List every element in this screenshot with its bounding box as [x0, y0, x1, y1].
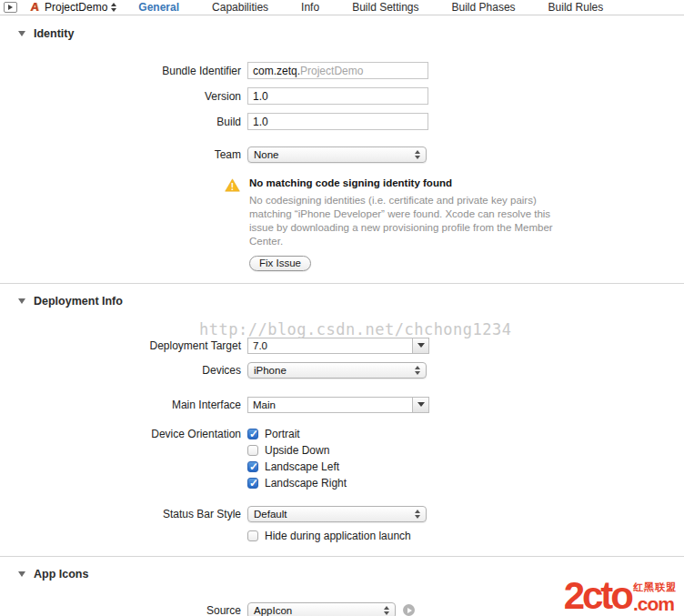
- show-related-items-button[interactable]: [4, 2, 17, 13]
- checkbox-label: Landscape Left: [265, 460, 339, 473]
- orientation-options: Portrait Upside Down Landscape Left Land…: [247, 426, 347, 491]
- version-input[interactable]: 1.0: [247, 87, 428, 105]
- section-title: Deployment Info: [34, 295, 123, 308]
- main-interface-combo[interactable]: Main: [247, 397, 429, 413]
- checkbox-icon[interactable]: [247, 530, 258, 541]
- version-label: Version: [0, 90, 247, 103]
- status-bar-style-label: Status Bar Style: [0, 508, 247, 520]
- popup-arrows-icon: [384, 606, 389, 615]
- checkbox-icon[interactable]: [247, 445, 258, 456]
- build-input[interactable]: 1.0: [247, 113, 428, 130]
- source-label: Source: [0, 604, 247, 616]
- tab-build-phases[interactable]: Build Phases: [452, 1, 516, 14]
- version-value: 1.0: [253, 90, 268, 103]
- app-icons-section-header[interactable]: App Icons: [18, 568, 684, 581]
- build-label: Build: [0, 116, 247, 128]
- device-orientation-label: Device Orientation: [0, 426, 247, 442]
- arrow-right-icon: [407, 608, 412, 613]
- deployment-section-header[interactable]: Deployment Info: [18, 295, 684, 308]
- devices-row: Devices iPhone: [0, 362, 684, 379]
- hide-launch-option[interactable]: Hide during application launch: [247, 528, 411, 544]
- tab-capabilities[interactable]: Capabilities: [212, 1, 268, 14]
- svg-text:!: !: [231, 182, 234, 192]
- project-target-icon: A: [27, 1, 41, 14]
- disclosure-triangle-icon: [18, 298, 25, 304]
- go-to-asset-arrow-button[interactable]: [403, 604, 415, 616]
- device-orientation-row: Device Orientation Portrait Upside Down …: [0, 426, 684, 491]
- checkbox-label: Hide during application launch: [265, 530, 411, 542]
- main-interface-label: Main Interface: [0, 399, 247, 411]
- warning-triangle-icon: !: [225, 178, 240, 271]
- status-bar-style-popup[interactable]: Default: [247, 506, 427, 522]
- version-row: Version 1.0: [0, 87, 684, 105]
- orientation-landscape-right[interactable]: Landscape Right: [247, 475, 347, 491]
- combo-dropdown-button[interactable]: [412, 338, 428, 353]
- target-popup-arrows-icon[interactable]: [111, 3, 116, 12]
- tab-build-rules[interactable]: Build Rules: [548, 1, 604, 14]
- orientation-portrait[interactable]: Portrait: [247, 426, 347, 442]
- main-interface-value: Main: [248, 399, 412, 410]
- orientation-landscape-left[interactable]: Landscape Left: [247, 459, 347, 475]
- target-selector[interactable]: ProjectDemo: [45, 1, 107, 14]
- checkbox-icon[interactable]: [247, 461, 258, 472]
- build-row: Build 1.0: [0, 113, 684, 130]
- team-row: Team None: [0, 146, 684, 163]
- warning-title: No matching code signing identity found: [249, 177, 563, 188]
- fix-issue-button[interactable]: Fix Issue: [249, 256, 311, 271]
- disclosure-triangle-icon: [18, 31, 25, 36]
- popup-arrows-icon: [415, 150, 420, 159]
- checkbox-label: Landscape Right: [265, 477, 347, 490]
- build-value: 1.0: [253, 116, 268, 128]
- team-label: Team: [0, 148, 247, 161]
- orientation-upside-down[interactable]: Upside Down: [247, 442, 347, 459]
- deployment-target-combo[interactable]: 7.0: [247, 338, 429, 354]
- bundle-identifier-label: Bundle Identifier: [0, 65, 247, 77]
- general-pane: Identity Bundle Identifier com.zetq.Proj…: [0, 15, 684, 616]
- devices-label: Devices: [0, 364, 247, 377]
- tab-general[interactable]: General: [138, 1, 179, 14]
- bundle-identifier-row: Bundle Identifier com.zetq.ProjectDemo: [0, 62, 684, 79]
- team-popup[interactable]: None: [247, 146, 427, 163]
- app-icon-source-popup[interactable]: AppIcon: [247, 602, 396, 616]
- play-triangle-icon: [8, 5, 13, 10]
- section-title: Identity: [34, 27, 74, 40]
- hide-launch-row: Hide during application launch: [0, 528, 684, 544]
- code-signing-warning: ! No matching code signing identity foun…: [225, 177, 684, 271]
- target-tab-bar: A ProjectDemo General Capabilities Info …: [0, 0, 684, 15]
- bundle-identifier-input[interactable]: com.zetq.ProjectDemo: [247, 62, 428, 79]
- bundle-id-suffix: ProjectDemo: [300, 65, 363, 77]
- settings-tabs: General Capabilities Info Build Settings…: [138, 1, 636, 14]
- checkbox-label: Upside Down: [265, 444, 329, 457]
- disclosure-triangle-icon: [18, 571, 25, 577]
- team-value: None: [254, 149, 279, 160]
- deployment-target-label: Deployment Target: [0, 339, 247, 352]
- warning-text: No codesigning identities (i.e. certific…: [249, 194, 563, 248]
- identity-section-header[interactable]: Identity: [18, 27, 684, 40]
- main-interface-row: Main Interface Main: [0, 397, 684, 413]
- status-bar-style-value: Default: [254, 509, 287, 520]
- chevron-down-icon: [417, 402, 425, 407]
- source-value: AppIcon: [254, 605, 292, 616]
- deployment-target-row: Deployment Target 7.0: [0, 338, 684, 354]
- popup-arrows-icon: [415, 366, 420, 375]
- app-icon-source-row: Source AppIcon: [0, 602, 684, 616]
- deployment-target-value: 7.0: [248, 340, 412, 351]
- section-title: App Icons: [34, 568, 88, 581]
- devices-value: iPhone: [254, 365, 287, 376]
- tab-info[interactable]: Info: [301, 1, 319, 14]
- chevron-down-icon: [417, 343, 425, 348]
- section-divider: [0, 556, 684, 557]
- warning-body: No matching code signing identity found …: [249, 177, 563, 271]
- checkbox-icon[interactable]: [247, 478, 258, 489]
- popup-arrows-icon: [415, 510, 420, 519]
- checkbox-label: Portrait: [265, 428, 300, 440]
- checkbox-icon[interactable]: [247, 429, 258, 439]
- combo-dropdown-button[interactable]: [412, 398, 428, 412]
- devices-popup[interactable]: iPhone: [247, 362, 427, 379]
- section-divider: [0, 283, 684, 284]
- tab-build-settings[interactable]: Build Settings: [352, 1, 418, 14]
- status-bar-style-row: Status Bar Style Default: [0, 506, 684, 522]
- bundle-id-prefix: com.zetq.: [253, 65, 300, 77]
